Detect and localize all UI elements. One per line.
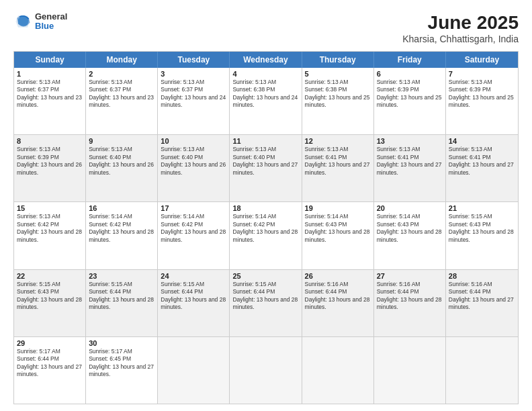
logo-icon [13,12,32,31]
cell-3-tue: 17 Sunrise: 5:14 AMSunset: 6:42 PMDaylig… [158,202,230,269]
day-num: 5 [305,70,371,78]
cell-3-wed: 18 Sunrise: 5:14 AMSunset: 6:42 PMDaylig… [230,202,302,269]
logo-blue: Blue [35,21,67,31]
cal-row-5: 29 Sunrise: 5:17 AMSunset: 6:44 PMDaylig… [14,336,518,404]
location-subtitle: Kharsia, Chhattisgarh, India [402,34,519,44]
day-num: 24 [161,272,226,280]
cell-content: Sunrise: 5:13 AMSunset: 6:40 PMDaylight:… [89,146,154,177]
cell-content: Sunrise: 5:17 AMSunset: 6:44 PMDaylight:… [17,348,83,379]
cell-content: Sunrise: 5:14 AMSunset: 6:42 PMDaylight:… [89,213,154,244]
cell-5-sun: 29 Sunrise: 5:17 AMSunset: 6:44 PMDaylig… [14,337,86,404]
day-num: 11 [232,137,298,145]
day-num: 4 [232,70,298,78]
cell-content: Sunrise: 5:16 AMSunset: 6:44 PMDaylight:… [305,281,371,312]
day-num: 18 [232,204,298,212]
cell-content: Sunrise: 5:17 AMSunset: 6:45 PMDaylight:… [89,348,154,379]
cell-content: Sunrise: 5:16 AMSunset: 6:44 PMDaylight:… [377,281,443,312]
cell-4-tue: 24 Sunrise: 5:15 AMSunset: 6:44 PMDaylig… [158,270,230,336]
day-num: 3 [161,70,226,78]
header-thursday: Thursday [302,52,374,68]
cell-5-thu-empty [302,337,374,404]
cell-content: Sunrise: 5:13 AMSunset: 6:40 PMDaylight:… [232,146,298,177]
cell-content: Sunrise: 5:13 AMSunset: 6:38 PMDaylight:… [232,79,298,109]
calendar-body: 1 Sunrise: 5:13 AMSunset: 6:37 PMDayligh… [14,68,518,404]
day-num: 17 [161,204,226,212]
day-num: 30 [89,339,154,347]
page: General Blue June 2025 Kharsia, Chhattis… [0,0,532,411]
cell-content: Sunrise: 5:13 AMSunset: 6:41 PMDaylight:… [377,146,443,177]
day-num: 13 [377,137,443,145]
cell-2-thu: 12 Sunrise: 5:13 AMSunset: 6:41 PMDaylig… [302,135,374,201]
cell-content: Sunrise: 5:13 AMSunset: 6:39 PMDaylight:… [377,79,443,109]
header-sunday: Sunday [14,52,86,68]
cell-content: Sunrise: 5:13 AMSunset: 6:39 PMDaylight:… [449,79,515,109]
day-num: 21 [449,204,515,212]
cell-1-thu: 5 Sunrise: 5:13 AMSunset: 6:38 PMDayligh… [302,68,374,134]
day-num: 9 [89,137,154,145]
cell-content: Sunrise: 5:14 AMSunset: 6:43 PMDaylight:… [377,213,443,244]
cell-3-thu: 19 Sunrise: 5:14 AMSunset: 6:43 PMDaylig… [302,202,374,269]
cell-content: Sunrise: 5:13 AMSunset: 6:42 PMDaylight:… [17,213,83,244]
day-num: 6 [377,70,443,78]
day-num: 15 [17,204,83,212]
day-num: 12 [305,137,371,145]
cell-2-tue: 10 Sunrise: 5:13 AMSunset: 6:40 PMDaylig… [158,135,230,201]
cell-5-fri-empty [374,337,446,404]
day-num: 19 [305,204,371,212]
cell-1-wed: 4 Sunrise: 5:13 AMSunset: 6:38 PMDayligh… [230,68,302,134]
cell-3-sun: 15 Sunrise: 5:13 AMSunset: 6:42 PMDaylig… [14,202,86,269]
cell-4-sun: 22 Sunrise: 5:15 AMSunset: 6:43 PMDaylig… [14,270,86,336]
cell-content: Sunrise: 5:16 AMSunset: 6:44 PMDaylight:… [449,281,515,312]
day-num: 16 [89,204,154,212]
cell-4-fri: 27 Sunrise: 5:16 AMSunset: 6:44 PMDaylig… [374,270,446,336]
cell-content: Sunrise: 5:14 AMSunset: 6:42 PMDaylight:… [232,213,298,244]
cell-content: Sunrise: 5:15 AMSunset: 6:44 PMDaylight:… [232,281,298,312]
cell-2-sun: 8 Sunrise: 5:13 AMSunset: 6:39 PMDayligh… [14,135,86,201]
cell-2-sat: 14 Sunrise: 5:13 AMSunset: 6:41 PMDaylig… [446,135,518,201]
cell-1-tue: 3 Sunrise: 5:13 AMSunset: 6:37 PMDayligh… [158,68,230,134]
header: General Blue June 2025 Kharsia, Chhattis… [13,12,519,44]
day-num: 10 [161,137,226,145]
day-num: 20 [377,204,443,212]
calendar-header: Sunday Monday Tuesday Wednesday Thursday… [14,52,518,68]
day-num: 29 [17,339,83,347]
logo-general: General [35,12,67,21]
cell-content: Sunrise: 5:13 AMSunset: 6:40 PMDaylight:… [161,146,226,177]
header-tuesday: Tuesday [158,52,230,68]
header-monday: Monday [86,52,158,68]
header-wednesday: Wednesday [230,52,302,68]
calendar: Sunday Monday Tuesday Wednesday Thursday… [13,51,519,404]
day-num: 25 [232,272,298,280]
cell-1-fri: 6 Sunrise: 5:13 AMSunset: 6:39 PMDayligh… [374,68,446,134]
cal-row-4: 22 Sunrise: 5:15 AMSunset: 6:43 PMDaylig… [14,269,518,336]
day-num: 22 [17,272,83,280]
cell-content: Sunrise: 5:15 AMSunset: 6:43 PMDaylight:… [17,281,83,312]
cell-content: Sunrise: 5:14 AMSunset: 6:42 PMDaylight:… [161,213,226,244]
cell-5-mon: 30 Sunrise: 5:17 AMSunset: 6:45 PMDaylig… [86,337,158,404]
cal-row-3: 15 Sunrise: 5:13 AMSunset: 6:42 PMDaylig… [14,201,518,269]
cell-1-mon: 2 Sunrise: 5:13 AMSunset: 6:37 PMDayligh… [86,68,158,134]
cell-5-tue-empty [158,337,230,404]
cell-content: Sunrise: 5:13 AMSunset: 6:37 PMDaylight:… [89,79,154,109]
cell-1-sat: 7 Sunrise: 5:13 AMSunset: 6:39 PMDayligh… [446,68,518,134]
cell-5-sat-empty [446,337,518,404]
day-num: 2 [89,70,154,78]
cell-2-wed: 11 Sunrise: 5:13 AMSunset: 6:40 PMDaylig… [230,135,302,201]
cell-content: Sunrise: 5:15 AMSunset: 6:44 PMDaylight:… [161,281,226,312]
cell-4-thu: 26 Sunrise: 5:16 AMSunset: 6:44 PMDaylig… [302,270,374,336]
cell-5-wed-empty [230,337,302,404]
cell-content: Sunrise: 5:13 AMSunset: 6:41 PMDaylight:… [449,146,515,177]
cal-row-1: 1 Sunrise: 5:13 AMSunset: 6:37 PMDayligh… [14,68,518,134]
cell-3-sat: 21 Sunrise: 5:15 AMSunset: 6:43 PMDaylig… [446,202,518,269]
logo-text: General Blue [35,12,67,32]
cell-content: Sunrise: 5:15 AMSunset: 6:43 PMDaylight:… [449,213,515,244]
day-num: 8 [17,137,83,145]
day-num: 7 [449,70,515,78]
cell-content: Sunrise: 5:13 AMSunset: 6:38 PMDaylight:… [305,79,371,109]
day-num: 1 [17,70,83,78]
cell-2-fri: 13 Sunrise: 5:13 AMSunset: 6:41 PMDaylig… [374,135,446,201]
logo: General Blue [13,12,67,32]
header-saturday: Saturday [446,52,518,68]
cal-row-2: 8 Sunrise: 5:13 AMSunset: 6:39 PMDayligh… [14,134,518,201]
cell-content: Sunrise: 5:13 AMSunset: 6:41 PMDaylight:… [305,146,371,177]
